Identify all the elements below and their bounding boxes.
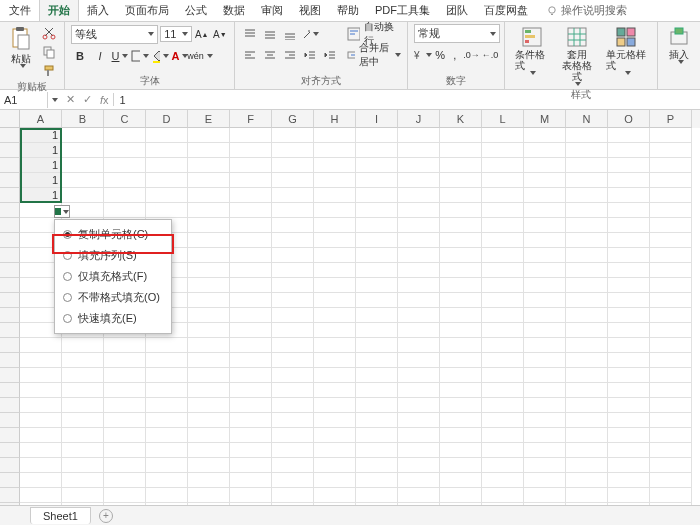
cell[interactable]	[104, 353, 146, 368]
cell[interactable]	[440, 128, 482, 143]
paste-button[interactable]: 粘贴	[6, 24, 36, 70]
cell[interactable]	[608, 278, 650, 293]
cell[interactable]	[482, 308, 524, 323]
tab-review[interactable]: 审阅	[253, 0, 291, 21]
tab-layout[interactable]: 页面布局	[117, 0, 177, 21]
cell[interactable]	[62, 443, 104, 458]
bold-button[interactable]: B	[71, 47, 89, 65]
cell[interactable]	[608, 383, 650, 398]
cell[interactable]	[398, 143, 440, 158]
cell[interactable]	[272, 233, 314, 248]
cell[interactable]	[314, 233, 356, 248]
copy-button[interactable]	[40, 43, 58, 61]
tab-pdf[interactable]: PDF工具集	[367, 0, 438, 21]
cell[interactable]	[314, 158, 356, 173]
row-header[interactable]	[0, 443, 20, 458]
cell[interactable]	[272, 488, 314, 503]
cell[interactable]	[230, 128, 272, 143]
cell[interactable]	[650, 428, 692, 443]
cell[interactable]	[440, 233, 482, 248]
fill-format-only[interactable]: 仅填充格式(F)	[55, 266, 171, 287]
cell[interactable]	[356, 473, 398, 488]
cell[interactable]	[608, 323, 650, 338]
row-header[interactable]	[0, 203, 20, 218]
cell[interactable]	[314, 443, 356, 458]
col-header[interactable]: M	[524, 110, 566, 128]
cell[interactable]	[230, 233, 272, 248]
cell[interactable]	[524, 143, 566, 158]
col-header[interactable]: O	[608, 110, 650, 128]
align-center-button[interactable]	[261, 46, 279, 64]
cell[interactable]	[230, 398, 272, 413]
tab-team[interactable]: 团队	[438, 0, 476, 21]
tab-data[interactable]: 数据	[215, 0, 253, 21]
fx-button[interactable]: fx	[100, 94, 109, 106]
add-sheet-button[interactable]: +	[99, 509, 113, 523]
cell[interactable]	[440, 488, 482, 503]
cell[interactable]	[608, 308, 650, 323]
cell[interactable]	[62, 143, 104, 158]
cell[interactable]	[566, 383, 608, 398]
cell[interactable]	[482, 248, 524, 263]
cell[interactable]	[188, 248, 230, 263]
cell[interactable]	[314, 428, 356, 443]
cell[interactable]	[650, 158, 692, 173]
cell[interactable]	[104, 203, 146, 218]
cell[interactable]	[650, 368, 692, 383]
cell[interactable]	[188, 413, 230, 428]
cell[interactable]	[650, 488, 692, 503]
cell[interactable]	[440, 143, 482, 158]
col-header[interactable]: K	[440, 110, 482, 128]
cell[interactable]	[524, 278, 566, 293]
select-all-corner[interactable]	[0, 110, 20, 128]
cell[interactable]	[608, 458, 650, 473]
row-header[interactable]	[0, 158, 20, 173]
cell[interactable]: 1	[20, 173, 62, 188]
cell[interactable]	[524, 263, 566, 278]
cell[interactable]	[230, 353, 272, 368]
cell[interactable]	[482, 488, 524, 503]
cell[interactable]	[524, 233, 566, 248]
cell[interactable]	[146, 413, 188, 428]
cell[interactable]	[440, 473, 482, 488]
cell[interactable]	[230, 323, 272, 338]
col-header[interactable]: H	[314, 110, 356, 128]
cell[interactable]	[398, 473, 440, 488]
cell[interactable]	[566, 278, 608, 293]
tab-home[interactable]: 开始	[39, 0, 79, 21]
cell[interactable]	[524, 218, 566, 233]
cell[interactable]	[272, 428, 314, 443]
tab-baidu[interactable]: 百度网盘	[476, 0, 536, 21]
cell[interactable]	[650, 173, 692, 188]
cell[interactable]	[482, 353, 524, 368]
cell[interactable]	[230, 428, 272, 443]
cell[interactable]	[650, 233, 692, 248]
cell[interactable]	[356, 173, 398, 188]
cell[interactable]	[272, 143, 314, 158]
cell[interactable]	[104, 383, 146, 398]
cell[interactable]	[650, 278, 692, 293]
cell[interactable]	[440, 293, 482, 308]
cell[interactable]: 1	[20, 188, 62, 203]
cell[interactable]	[272, 383, 314, 398]
percent-button[interactable]: %	[434, 46, 447, 64]
cell[interactable]	[650, 398, 692, 413]
cell[interactable]	[356, 353, 398, 368]
cell[interactable]	[272, 173, 314, 188]
cell[interactable]	[440, 383, 482, 398]
border-button[interactable]	[131, 47, 149, 65]
cell[interactable]	[566, 308, 608, 323]
cell[interactable]	[482, 218, 524, 233]
cell[interactable]	[230, 218, 272, 233]
cell[interactable]	[356, 203, 398, 218]
row-header[interactable]	[0, 128, 20, 143]
cell[interactable]	[566, 203, 608, 218]
col-header[interactable]: L	[482, 110, 524, 128]
row-header[interactable]	[0, 188, 20, 203]
cell[interactable]	[272, 323, 314, 338]
cell[interactable]	[314, 263, 356, 278]
cell[interactable]	[566, 218, 608, 233]
tab-view[interactable]: 视图	[291, 0, 329, 21]
cell[interactable]	[188, 428, 230, 443]
col-header[interactable]: B	[62, 110, 104, 128]
